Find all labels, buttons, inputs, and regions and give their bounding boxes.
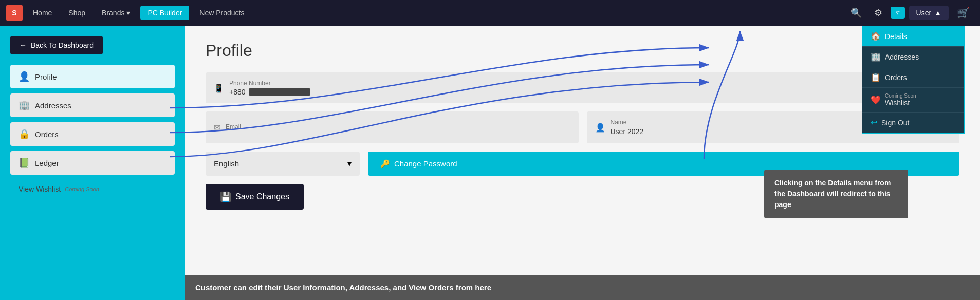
email-icon: ✉ [214,123,220,133]
phone-masked [249,88,310,96]
nav-shop[interactable]: Shop [62,6,91,20]
details-icon: 🏠 [871,31,881,41]
save-icon: 💾 [220,191,231,202]
orders-sidebar-icon: 🔒 [19,128,30,140]
back-arrow-icon: ← [20,41,27,49]
page-title: Profile [206,41,959,60]
user-button[interactable]: User ▲ [909,6,949,20]
dropdown-item-orders[interactable]: 📋 Orders [862,67,964,88]
wishlist-icon: ❤️ [871,95,881,105]
phone-value: +880 [229,88,246,96]
sidebar-item-wishlist[interactable]: View Wishlist Coming Soon [10,180,175,198]
email-name-row: ✉ Email 👤 Name User 2022 [206,111,959,143]
phone-icon: 📱 [214,83,224,93]
addresses-sidebar-icon: 🏢 [19,100,30,111]
profile-icon: 👤 [19,71,30,82]
signout-icon: ↩ [871,118,877,127]
save-changes-button[interactable]: 💾 Save Changes [206,184,304,210]
sidebar: ← Back To Dashboard 👤 Profile 🏢 Addresse… [0,26,185,300]
nav-right: 🔍 ⚙ বা User ▲ 🛒 [846,5,974,21]
sidebar-item-profile[interactable]: 👤 Profile [10,65,175,88]
nav-brands[interactable]: Brands ▾ [96,6,136,20]
nav-pcbuilder[interactable]: PC Builder [140,6,189,20]
nav-logo[interactable]: S [6,5,23,21]
chevron-up-icon: ▲ [934,9,941,17]
addresses-icon: 🏢 [871,52,881,62]
search-icon[interactable]: 🔍 [846,5,866,21]
bottom-banner: Customer can edit their User Information… [185,275,980,300]
orders-icon: 📋 [871,72,881,82]
chevron-down-icon: ▾ [126,9,130,17]
user-icon: 👤 [595,123,605,133]
main-container: ← Back To Dashboard 👤 Profile 🏢 Addresse… [0,26,980,300]
settings-icon[interactable]: ⚙ [870,5,886,21]
back-to-dashboard-button[interactable]: ← Back To Dashboard [10,36,103,54]
user-dropdown-menu: 🏠 Details 🏢 Addresses 📋 Orders ❤️ Coming… [862,26,965,134]
dropdown-item-signout[interactable]: ↩ Sign Out [862,113,964,133]
navbar: S Home Shop Brands ▾ PC Builder New Prod… [0,0,980,26]
ledger-icon: 📗 [19,157,30,168]
email-input-wrapper: ✉ Email [206,111,579,143]
sidebar-item-ledger[interactable]: 📗 Ledger [10,151,175,175]
dropdown-item-details[interactable]: 🏠 Details [862,26,964,47]
tooltip-box: Clicking on the Details menu from the Da… [764,170,908,218]
language-select[interactable]: English ▾ [206,152,360,176]
cart-icon[interactable]: 🛒 [953,5,974,21]
sidebar-item-addresses[interactable]: 🏢 Addresses [10,93,175,117]
key-icon: 🔑 [380,159,390,168]
phone-input-wrapper: 📱 Phone Number +880 [206,72,959,103]
phone-field-group: 📱 Phone Number +880 [206,72,959,103]
name-value: User 2022 [611,127,644,136]
dropdown-arrow-icon: ▾ [347,159,352,168]
dropdown-item-addresses[interactable]: 🏢 Addresses [862,47,964,67]
content-area: Profile 📱 Phone Number +880 ✉ Email [185,26,980,300]
nav-newproducts[interactable]: New Products [193,6,250,20]
sidebar-item-orders[interactable]: 🔒 Orders [10,122,175,146]
nav-home[interactable]: Home [27,6,58,20]
dropdown-item-wishlist[interactable]: ❤️ Coming Soon Wishlist [862,88,964,113]
lang-button[interactable]: বা [891,7,905,19]
